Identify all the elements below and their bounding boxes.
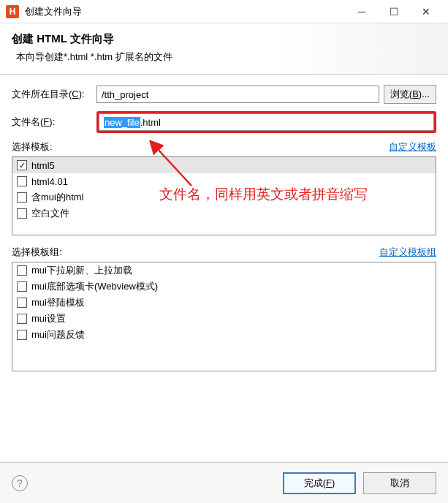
filename-row: 文件名(F): new_file.html: [12, 111, 436, 133]
filename-extension: .html: [140, 117, 161, 128]
wizard-description: 本向导创建*.html *.htm 扩展名的文件: [12, 50, 436, 64]
list-item-label: html4.01: [31, 176, 68, 187]
list-item-label: mui设置: [31, 312, 66, 325]
directory-row: 文件所在目录(C): 浏览(B)...: [12, 85, 436, 104]
list-item[interactable]: mui登陆模板: [12, 295, 436, 311]
checkbox-icon[interactable]: [17, 330, 27, 340]
checkbox-icon[interactable]: [17, 208, 27, 219]
templates-header: 选择模板: 自定义模板: [12, 140, 436, 154]
directory-input[interactable]: [96, 86, 379, 103]
checkbox-icon[interactable]: [17, 298, 27, 308]
wizard-header: 创建 HTML 文件向导 本向导创建*.html *.htm 扩展名的文件: [0, 23, 448, 75]
custom-template-link[interactable]: 自定义模板: [389, 140, 436, 154]
list-item-label: mui底部选项卡(Webview模式): [31, 280, 158, 293]
checkbox-icon[interactable]: [17, 314, 27, 324]
titlebar: H 创建文件向导 ─ ☐ ✕: [0, 0, 448, 23]
filename-selected-part: new_file: [104, 117, 140, 128]
list-item[interactable]: 空白文件: [12, 205, 436, 222]
list-item-label: 含mui的html: [31, 191, 84, 204]
checkbox-icon[interactable]: [17, 176, 27, 186]
maximize-button[interactable]: ☐: [378, 0, 410, 23]
list-item[interactable]: ✓ html5: [12, 157, 436, 173]
directory-label: 文件所在目录(C):: [12, 88, 92, 101]
list-item[interactable]: mui设置: [12, 311, 436, 327]
templates-label: 选择模板:: [12, 140, 389, 154]
list-item-label: mui问题反馈: [31, 328, 85, 341]
window-title: 创建文件向导: [25, 5, 346, 18]
wizard-body: 文件所在目录(C): 浏览(B)... 文件名(F): new_file.htm…: [0, 75, 448, 387]
checkbox-icon[interactable]: [17, 192, 27, 203]
help-icon[interactable]: ?: [12, 475, 28, 491]
list-item[interactable]: mui底部选项卡(Webview模式): [12, 279, 436, 295]
template-groups-label: 选择模板组:: [12, 246, 379, 259]
checkbox-icon[interactable]: ✓: [17, 160, 27, 170]
list-item-label: mui登陆模板: [31, 296, 85, 309]
list-item-label: html5: [31, 160, 55, 171]
template-groups-header: 选择模板组: 自定义模板组: [12, 246, 436, 259]
template-groups-listbox[interactable]: mui下拉刷新、上拉加载 mui底部选项卡(Webview模式) mui登陆模板…: [12, 262, 436, 371]
list-item[interactable]: 含mui的html: [12, 189, 436, 205]
list-item-label: 空白文件: [31, 207, 69, 220]
list-item[interactable]: mui问题反馈: [12, 327, 436, 343]
filename-input[interactable]: new_file.html: [99, 113, 434, 131]
close-button[interactable]: ✕: [410, 0, 442, 23]
cancel-button[interactable]: 取消: [363, 472, 436, 494]
checkbox-icon[interactable]: [17, 265, 27, 276]
finish-button[interactable]: 完成(F): [283, 472, 356, 494]
minimize-button[interactable]: ─: [346, 0, 378, 23]
browse-button[interactable]: 浏览(B)...: [384, 85, 436, 104]
list-item[interactable]: html4.01: [12, 173, 436, 189]
app-icon: H: [6, 5, 19, 18]
templates-listbox[interactable]: ✓ html5 html4.01 含mui的html 空白文件: [12, 156, 436, 235]
list-item[interactable]: mui下拉刷新、上拉加载: [12, 262, 436, 279]
wizard-title: 创建 HTML 文件向导: [12, 32, 436, 46]
checkbox-icon[interactable]: [17, 281, 27, 292]
wizard-footer: ? 完成(F) 取消: [0, 462, 448, 503]
list-item-label: mui下拉刷新、上拉加载: [31, 264, 132, 277]
filename-label: 文件名(F):: [12, 116, 92, 129]
filename-highlight-box: new_file.html: [96, 111, 436, 133]
custom-template-group-link[interactable]: 自定义模板组: [379, 246, 436, 259]
